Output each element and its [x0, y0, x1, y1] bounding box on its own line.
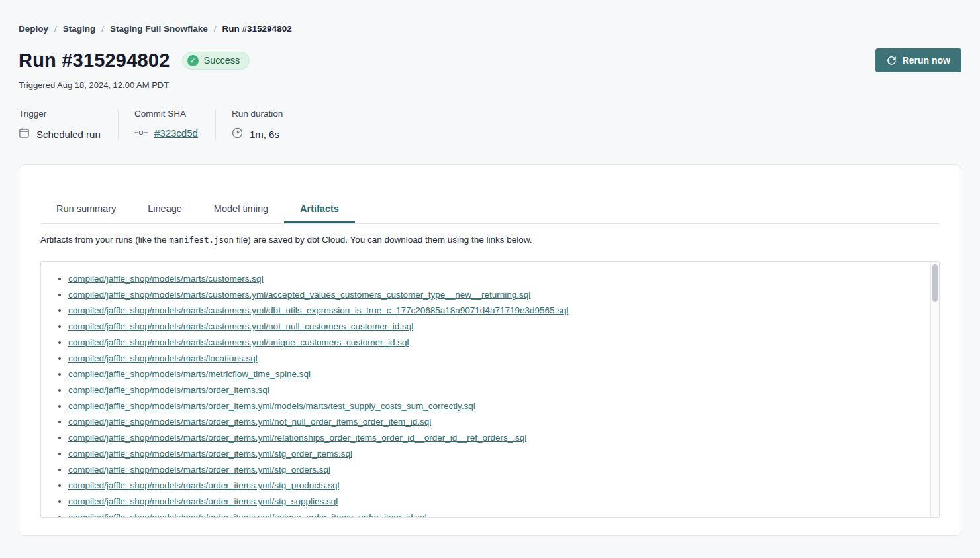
artifact-list-item: compiled/jaffle_shop/models/marts/metric… — [68, 366, 939, 382]
run-duration-value: 1m, 6s — [250, 129, 279, 140]
page-title: Run #315294802 — [19, 50, 170, 72]
check-circle-icon: ✓ — [187, 55, 199, 66]
run-duration-label: Run duration — [232, 109, 283, 119]
scrollbar-track[interactable] — [930, 262, 939, 517]
artifact-link[interactable]: compiled/jaffle_shop/models/marts/custom… — [68, 321, 413, 331]
status-badge-label: Success — [204, 55, 240, 66]
artifact-link[interactable]: compiled/jaffle_shop/models/marts/metric… — [68, 369, 311, 379]
breadcrumb-item[interactable]: Staging Full Snowflake — [110, 24, 208, 34]
breadcrumb-separator: / — [54, 24, 57, 34]
artifact-list-item: compiled/jaffle_shop/models/marts/custom… — [68, 335, 939, 351]
artifacts-description-prefix: Artifacts from your runs (like the — [40, 235, 169, 245]
commit-sha-label: Commit SHA — [134, 109, 198, 119]
scrollbar-thumb[interactable] — [932, 264, 938, 302]
meta-trigger: Trigger Scheduled run — [19, 109, 118, 140]
trigger-label: Trigger — [19, 109, 101, 119]
artifact-list-item: compiled/jaffle_shop/models/marts/order_… — [68, 382, 939, 398]
breadcrumb-separator: / — [214, 24, 217, 34]
git-commit-icon — [134, 127, 148, 139]
artifact-list-item: compiled/jaffle_shop/models/marts/order_… — [68, 446, 939, 462]
artifact-list-item: compiled/jaffle_shop/models/marts/order_… — [68, 430, 939, 446]
artifact-link[interactable]: compiled/jaffle_shop/models/marts/order_… — [68, 480, 339, 490]
artifact-link[interactable]: compiled/jaffle_shop/models/marts/order_… — [68, 496, 338, 506]
artifact-link[interactable]: compiled/jaffle_shop/models/marts/locati… — [68, 353, 258, 363]
meta-commit: Commit SHA #323cd5d — [118, 109, 215, 140]
trigger-value: Scheduled run — [36, 129, 101, 140]
artifact-link[interactable]: compiled/jaffle_shop/models/marts/order_… — [68, 385, 270, 395]
artifacts-description-suffix: file) are saved by dbt Cloud. You can do… — [234, 235, 532, 245]
meta-duration: Run duration 1m, 6s — [215, 109, 300, 140]
triggered-timestamp: Triggered Aug 18, 2024, 12:00 AM PDT — [19, 80, 961, 90]
artifact-list-item: compiled/jaffle_shop/models/marts/order_… — [68, 494, 939, 510]
status-badge: ✓ Success — [182, 52, 250, 70]
artifact-link[interactable]: compiled/jaffle_shop/models/marts/order_… — [68, 433, 526, 443]
tabs: Run summaryLineageModel timingArtifacts — [40, 197, 940, 224]
tab-run-summary[interactable]: Run summary — [40, 197, 132, 223]
artifact-link[interactable]: compiled/jaffle_shop/models/marts/order_… — [68, 465, 330, 474]
artifact-list-item: compiled/jaffle_shop/models/marts/order_… — [68, 414, 939, 430]
artifact-link[interactable]: compiled/jaffle_shop/models/marts/custom… — [68, 274, 264, 284]
artifact-list-item: compiled/jaffle_shop/models/marts/order_… — [68, 462, 939, 478]
breadcrumb-separator: / — [101, 24, 104, 34]
artifact-list-item: compiled/jaffle_shop/models/marts/order_… — [68, 478, 939, 494]
commit-sha-link[interactable]: #323cd5d — [154, 127, 198, 139]
artifact-link[interactable]: compiled/jaffle_shop/models/marts/order_… — [68, 417, 431, 427]
run-detail-page: Deploy/Staging/Staging Full Snowflake/Ru… — [0, 0, 980, 536]
artifact-list-item: compiled/jaffle_shop/models/marts/custom… — [68, 271, 939, 287]
artifact-list-container: compiled/jaffle_shop/models/marts/custom… — [40, 261, 940, 518]
rerun-now-label: Rerun now — [903, 55, 950, 66]
clock-icon — [232, 127, 243, 140]
manifest-json-code: manifest.json — [169, 235, 234, 245]
rerun-now-button[interactable]: Rerun now — [875, 48, 961, 72]
artifact-list-item: compiled/jaffle_shop/models/marts/custom… — [68, 319, 939, 335]
breadcrumb-item: Run #315294802 — [222, 24, 292, 34]
run-detail-card: Run summaryLineageModel timingArtifacts … — [19, 164, 961, 536]
artifact-list-item: compiled/jaffle_shop/models/marts/order_… — [68, 510, 939, 518]
artifact-link[interactable]: compiled/jaffle_shop/models/marts/custom… — [68, 306, 569, 315]
artifact-link[interactable]: compiled/jaffle_shop/models/marts/custom… — [68, 337, 409, 347]
tab-lineage[interactable]: Lineage — [132, 197, 198, 223]
artifact-link[interactable]: compiled/jaffle_shop/models/marts/order_… — [68, 401, 475, 411]
calendar-icon — [19, 127, 30, 140]
artifact-link[interactable]: compiled/jaffle_shop/models/marts/custom… — [68, 290, 530, 300]
run-meta-row: Trigger Scheduled run Commit SHA — [19, 109, 961, 140]
breadcrumb: Deploy/Staging/Staging Full Snowflake/Ru… — [19, 24, 961, 34]
tab-model-timing[interactable]: Model timing — [198, 197, 284, 223]
artifact-list-item: compiled/jaffle_shop/models/marts/custom… — [68, 287, 939, 303]
artifact-list-item: compiled/jaffle_shop/models/marts/order_… — [68, 398, 939, 414]
refresh-icon — [887, 56, 897, 66]
tab-artifacts[interactable]: Artifacts — [284, 197, 355, 223]
title-group: Run #315294802 ✓ Success — [19, 50, 250, 72]
breadcrumb-item[interactable]: Staging — [63, 24, 96, 34]
breadcrumb-item[interactable]: Deploy — [19, 24, 48, 34]
artifact-link[interactable]: compiled/jaffle_shop/models/marts/order_… — [68, 512, 427, 518]
artifact-list: compiled/jaffle_shop/models/marts/custom… — [41, 271, 939, 518]
page-header: Run #315294802 ✓ Success Rerun now — [19, 48, 961, 72]
artifacts-description: Artifacts from your runs (like the manif… — [40, 235, 940, 245]
artifact-list-item: compiled/jaffle_shop/models/marts/custom… — [68, 303, 939, 319]
artifact-link[interactable]: compiled/jaffle_shop/models/marts/order_… — [68, 449, 352, 459]
artifact-list-item: compiled/jaffle_shop/models/marts/locati… — [68, 351, 939, 366]
